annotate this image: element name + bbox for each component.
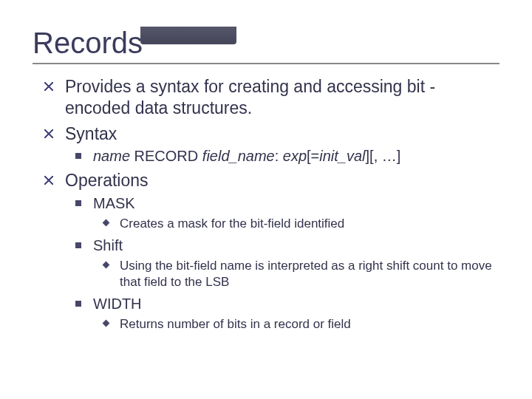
syntax-close: ][, …]: [366, 148, 401, 164]
op-shift-desc: Using the bit-field name is interpreted …: [103, 258, 499, 290]
bullet-list-level3: Returns number of bits in a record or fi…: [93, 316, 499, 332]
op-width-desc: Returns number of bits in a record or fi…: [103, 316, 499, 332]
op-width: WIDTH Returns number of bits in a record…: [75, 295, 499, 332]
syntax-fieldname: field_name: [202, 148, 275, 164]
bullet-text: Syntax: [65, 124, 117, 143]
bullet-operations: Operations MASK Creates a mask for the b…: [44, 170, 499, 332]
syntax-name: name: [93, 148, 130, 164]
op-mask-desc: Creates a mask for the bit-field identif…: [103, 216, 499, 232]
syntax-colon: :: [275, 148, 283, 164]
bullet-provides: Provides a syntax for creating and acces…: [44, 76, 499, 119]
syntax-initval: init_val: [319, 148, 365, 164]
title-rule: [33, 63, 499, 64]
syntax-line: name RECORD field_name: exp[=init_val][,…: [75, 147, 499, 166]
bullet-list-level2: MASK Creates a mask for the bit-field id…: [65, 194, 499, 332]
bullet-text: Operations: [65, 171, 149, 190]
bullet-list-level3: Creates a mask for the bit-field identif…: [93, 216, 499, 232]
bullet-list-level2: name RECORD field_name: exp[=init_val][,…: [65, 147, 499, 166]
syntax-exp: exp: [283, 148, 307, 164]
op-shift: Shift Using the bit-field name is interp…: [75, 236, 499, 290]
syntax-eqopen: [=: [307, 148, 319, 164]
slide: Records Provides a syntax for creating a…: [0, 27, 532, 399]
bullet-list-level1: Provides a syntax for creating and acces…: [44, 76, 499, 332]
op-mask: MASK Creates a mask for the bit-field id…: [75, 194, 499, 232]
slide-title: Records: [33, 27, 532, 60]
bullet-list-level3: Using the bit-field name is interpreted …: [93, 258, 499, 290]
op-label: MASK: [93, 195, 135, 211]
decorative-bar: [140, 27, 236, 44]
bullet-text: Provides a syntax for creating and acces…: [65, 77, 435, 117]
bullet-syntax: Syntax name RECORD field_name: exp[=init…: [44, 123, 499, 166]
slide-body: Provides a syntax for creating and acces…: [44, 76, 499, 332]
op-label: WIDTH: [93, 296, 142, 312]
op-label: Shift: [93, 237, 123, 253]
syntax-record: RECORD: [130, 148, 202, 164]
